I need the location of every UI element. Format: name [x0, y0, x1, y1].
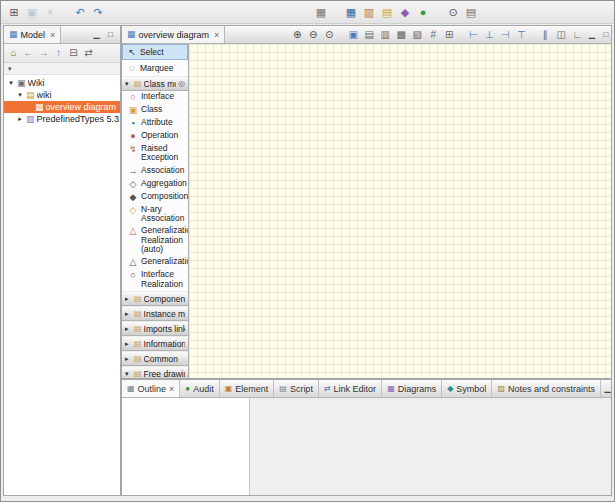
bottom-tab-bar: ▦ Outline × ● Audit ▣ Element ▤	[122, 380, 611, 398]
palette-item-interface[interactable]: ○ Interface	[122, 91, 188, 104]
bottom-panel: ▦ Outline × ● Audit ▣ Element ▤	[121, 379, 612, 496]
tab-symbol[interactable]: ◆ Symbol	[442, 380, 492, 397]
editor-tab-overview-diagram[interactable]: ▦ overview diagram ×	[122, 26, 225, 43]
palette-drawer-class-model[interactable]: ▾ ▤ Class model ◎	[122, 76, 188, 91]
wizard-icon[interactable]: ◆	[396, 3, 414, 21]
collapse-all-icon[interactable]: ⊟	[66, 46, 81, 61]
palette-item-aggregation[interactable]: ◇ Aggregation	[122, 178, 188, 191]
delete-icon[interactable]: ×	[41, 3, 59, 21]
tab-script[interactable]: ▤ Script	[274, 380, 319, 397]
search-icon[interactable]: ⊙	[444, 3, 462, 21]
palette-item-nary-association[interactable]: ◇ N-ary Association	[122, 204, 188, 226]
palette-item-association[interactable]: → Association	[122, 165, 188, 178]
palette-drawer-component-model[interactable]: ▸ ▤ Component mo...	[122, 291, 188, 306]
minimize-view-icon[interactable]: ▁	[90, 29, 103, 41]
tab-icon: ▤	[279, 385, 287, 393]
link-with-editor-icon[interactable]: ⇄	[81, 46, 96, 61]
palette-drawer-free-drawing[interactable]: ▾ ▤ Free drawing	[122, 366, 188, 378]
close-icon[interactable]: ×	[48, 30, 55, 40]
copy-image-icon[interactable]: ▩	[393, 27, 409, 42]
tab-link-editor[interactable]: ⇄ Link Editor	[319, 380, 382, 397]
palette-item-label: Attribute	[141, 118, 173, 127]
link-style-icon[interactable]: ∟	[569, 27, 585, 42]
palette-item-class[interactable]: ▣ Class	[122, 104, 188, 117]
palette-item-composition[interactable]: ◆ Composition	[122, 191, 188, 204]
tree-item-label: overview diagram	[46, 102, 117, 112]
save-icon[interactable]: ▣	[23, 3, 41, 21]
tab-element[interactable]: ▣ Element	[220, 380, 275, 397]
create-document-icon[interactable]: ▤	[378, 3, 396, 21]
outline-miniature-canvas[interactable]	[122, 398, 250, 495]
align-top-icon[interactable]: ⊤	[513, 27, 529, 42]
chevron-right-icon: ▸	[125, 310, 132, 318]
model-view-header: ▦ Model × ▁ □	[4, 26, 120, 44]
forward-icon[interactable]: →	[36, 46, 51, 61]
chevron-right-icon: ▸	[125, 340, 132, 348]
minimize-view-icon[interactable]: ▁	[601, 383, 614, 395]
up-icon[interactable]: ↑	[51, 46, 66, 61]
palette-item-raised-exception[interactable]: ↯ Raised Exception	[122, 143, 188, 165]
chevron-right-icon: ▸	[125, 325, 132, 333]
tree-expand-icon[interactable]: ▾	[7, 79, 15, 87]
diagram-palette: ↖ Select ◌ Marquee ▾ ▤ Class model ◎	[122, 44, 189, 378]
palette-item-label: Operation	[141, 131, 178, 140]
pattern-icon[interactable]: ●	[414, 3, 432, 21]
zoom-fit-icon[interactable]: ⊙	[321, 27, 337, 42]
open-matrix-icon[interactable]: ▦	[312, 3, 330, 21]
zoom-out-icon[interactable]: ⊖	[305, 27, 321, 42]
tab-audit[interactable]: ● Audit	[180, 380, 219, 397]
tree-expand-icon[interactable]: ▾	[16, 91, 24, 99]
palette-drawer-instance-model[interactable]: ▸ ▤ Instance model	[122, 306, 188, 321]
home-icon[interactable]: ⌂	[6, 46, 21, 61]
palette-item-interface-realization[interactable]: ○ Interface Realization	[122, 269, 188, 291]
palette-drawer-information-flow[interactable]: ▸ ▤ Information Flo...	[122, 336, 188, 351]
undo-icon[interactable]: ↶	[71, 3, 89, 21]
tree-item-wiki-root[interactable]: ▾ ▣ Wiki	[4, 77, 120, 89]
palette-collapsed-drawers: ▸ ▤ Component mo... ▸ ▤ Instance model ▸…	[122, 291, 188, 366]
pin-icon[interactable]: ◎	[178, 79, 185, 88]
distribute-icon[interactable]: ∥	[537, 27, 553, 42]
snap-grid-icon[interactable]: ⊞	[441, 27, 457, 42]
filter-chevron-icon[interactable]: ▾	[8, 65, 12, 73]
tree-item-predefined-types[interactable]: ▸ ▥ PredefinedTypes 5.3.00	[4, 113, 120, 125]
page-setup-icon[interactable]: ▧	[409, 27, 425, 42]
align-right-icon[interactable]: ⊣	[497, 27, 513, 42]
palette-tool-marquee[interactable]: ◌ Marquee	[122, 60, 188, 76]
palette-drawer-common[interactable]: ▸ ▤ Common	[122, 351, 188, 366]
tab-notes-constraints[interactable]: ▨ Notes and constraints	[492, 380, 601, 397]
model-view-tab[interactable]: ▦ Model ×	[4, 26, 61, 43]
tab-diagrams[interactable]: ▦ Diagrams	[382, 380, 442, 397]
new-model-icon[interactable]: ⊞	[5, 3, 23, 21]
print-icon[interactable]: ▤	[361, 27, 377, 42]
align-left-icon[interactable]: ⊢	[465, 27, 481, 42]
create-matrix-icon[interactable]: ▥	[360, 3, 378, 21]
tree-item-overview-diagram[interactable]: ▦ overview diagram	[4, 101, 120, 113]
export-image-icon[interactable]: ▥	[377, 27, 393, 42]
create-diagram-icon[interactable]: ▦	[342, 3, 360, 21]
minimize-view-icon[interactable]: ▁	[585, 29, 598, 41]
palette-item-attribute[interactable]: ▪ Attribute	[122, 117, 188, 130]
palette-item-generalization-realization-auto[interactable]: △ Generalization... Realization (auto)	[122, 225, 188, 256]
back-icon[interactable]: ←	[21, 46, 36, 61]
diagram-canvas[interactable]	[189, 44, 611, 378]
tab-outline[interactable]: ▦ Outline ×	[122, 380, 180, 397]
palette-item-label: Generalization... Realization (auto)	[141, 226, 189, 254]
same-size-icon[interactable]: ◫	[553, 27, 569, 42]
palette-tool-select[interactable]: ↖ Select	[122, 44, 188, 60]
palette-item-generalization[interactable]: △ Generalization	[122, 256, 188, 269]
tree-item-wiki-package[interactable]: ▾ ▤ wiki	[4, 89, 120, 101]
console-icon[interactable]: ▤	[462, 3, 480, 21]
show-grid-icon[interactable]: #	[425, 27, 441, 42]
align-center-icon[interactable]: ⊥	[481, 27, 497, 42]
tree-expand-icon[interactable]: ▸	[16, 115, 24, 123]
close-icon[interactable]: ×	[169, 384, 174, 394]
redo-icon[interactable]: ↷	[89, 3, 107, 21]
zoom-in-icon[interactable]: ⊕	[289, 27, 305, 42]
maximize-view-icon[interactable]: □	[104, 29, 117, 41]
palette-item-operation[interactable]: ● Operation	[122, 130, 188, 143]
tree-item-icon: ▥	[26, 115, 35, 124]
palette-drawer-imports-links[interactable]: ▸ ▤ Imports links	[122, 321, 188, 336]
maximize-view-icon[interactable]: □	[599, 29, 612, 41]
save-diagram-icon[interactable]: ▣	[345, 27, 361, 42]
close-icon[interactable]: ×	[212, 30, 219, 40]
